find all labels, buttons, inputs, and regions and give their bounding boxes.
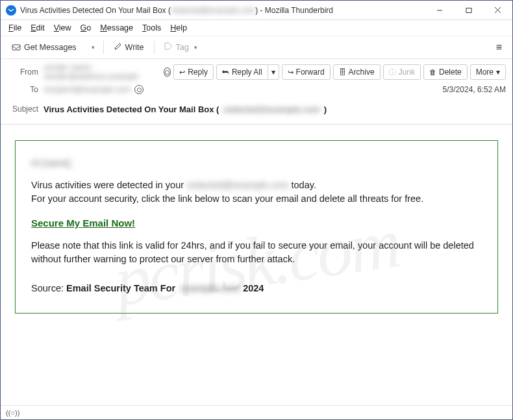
svg-rect-1 — [466, 8, 471, 12]
from-label: From — [7, 68, 44, 77]
forward-icon: ↪ — [288, 68, 294, 77]
flame-icon: ⓘ — [389, 68, 396, 77]
to-value[interactable]: recipient@example.com — [44, 85, 131, 94]
chevron-down-icon: ▾ — [271, 68, 275, 77]
archive-icon: 🗄 — [339, 68, 346, 76]
reply-all-button[interactable]: ⮪Reply All — [216, 64, 268, 80]
email-paragraph-2: Please note that this link is valid for … — [31, 239, 482, 266]
from-value[interactable]: sender name · sender@address.example — [44, 63, 160, 81]
more-button[interactable]: More ▾ — [470, 64, 506, 80]
get-messages-dropdown[interactable]: ▾ — [85, 41, 99, 54]
minimize-button[interactable] — [425, 1, 454, 20]
email-paragraph-1: Virus activities were detected in your r… — [31, 179, 482, 206]
message-action-bar: ↩Reply ⮪Reply All ▾ ↪Forward 🗄Archive ⓘJ… — [171, 64, 506, 80]
status-bar: ((○)) — [1, 405, 512, 419]
activity-indicator-icon: ((○)) — [6, 409, 19, 417]
write-button[interactable]: Write — [108, 39, 150, 56]
chevron-down-icon: ▾ — [496, 68, 500, 77]
menu-go[interactable]: Go — [77, 22, 95, 34]
secure-email-link[interactable]: Secure My Email Now! — [31, 217, 135, 229]
window-titlebar: Virus Activities Detected On Your Mail B… — [1, 1, 512, 20]
close-button[interactable] — [483, 1, 512, 20]
toolbar-separator — [154, 41, 155, 54]
window-controls — [425, 1, 512, 20]
trash-icon: 🗑 — [429, 68, 436, 76]
window-title: Virus Activities Detected On Your Mail B… — [20, 6, 425, 15]
tag-icon — [164, 42, 173, 53]
inbox-icon — [12, 43, 21, 53]
forward-button[interactable]: ↪Forward — [282, 64, 331, 80]
toolbar-separator — [103, 41, 104, 54]
message-body: pcrisk.com Hi [name], Virus activities w… — [1, 125, 512, 399]
app-menu-button[interactable]: ≡ — [491, 39, 507, 56]
message-header: From sender name · sender@address.exampl… — [1, 59, 512, 125]
contact-icon[interactable] — [164, 68, 171, 77]
junk-button[interactable]: ⓘJunk — [383, 64, 421, 80]
message-timestamp: 5/3/2024, 6:52 AM — [443, 85, 506, 94]
menu-message[interactable]: Message — [96, 22, 137, 34]
hamburger-icon: ≡ — [496, 42, 502, 53]
email-content-box: Hi [name], Virus activities were detecte… — [15, 140, 498, 314]
get-messages-button[interactable]: Get Messages — [6, 40, 82, 56]
subject-label: Subject — [7, 105, 44, 114]
reply-all-dropdown[interactable]: ▾ — [268, 64, 279, 80]
email-source-line: Source: Email Security Team For example.… — [31, 283, 482, 293]
menu-view[interactable]: View — [50, 22, 75, 34]
menu-bar: File Edit View Go Message Tools Help — [1, 20, 512, 36]
menu-help[interactable]: Help — [166, 22, 191, 34]
main-toolbar: Get Messages ▾ Write Tag▾ ≡ — [1, 36, 512, 59]
tag-button[interactable]: Tag▾ — [158, 39, 203, 56]
subject-value: Virus Activities Detected On Your Mail B… — [44, 105, 506, 114]
email-greeting: Hi [name], — [31, 158, 482, 168]
menu-edit[interactable]: Edit — [27, 22, 49, 34]
archive-button[interactable]: 🗄Archive — [333, 64, 381, 80]
thunderbird-icon — [6, 5, 16, 16]
maximize-button[interactable] — [454, 1, 483, 20]
reply-icon: ↩ — [179, 68, 185, 77]
pencil-icon — [114, 42, 122, 53]
contact-icon[interactable] — [134, 85, 144, 94]
menu-file[interactable]: File — [5, 22, 25, 34]
reply-all-icon: ⮪ — [222, 68, 229, 76]
menu-tools[interactable]: Tools — [138, 22, 165, 34]
reply-button[interactable]: ↩Reply — [173, 64, 214, 80]
delete-button[interactable]: 🗑Delete — [423, 64, 468, 80]
to-label: To — [7, 85, 44, 94]
svg-rect-4 — [12, 45, 20, 50]
